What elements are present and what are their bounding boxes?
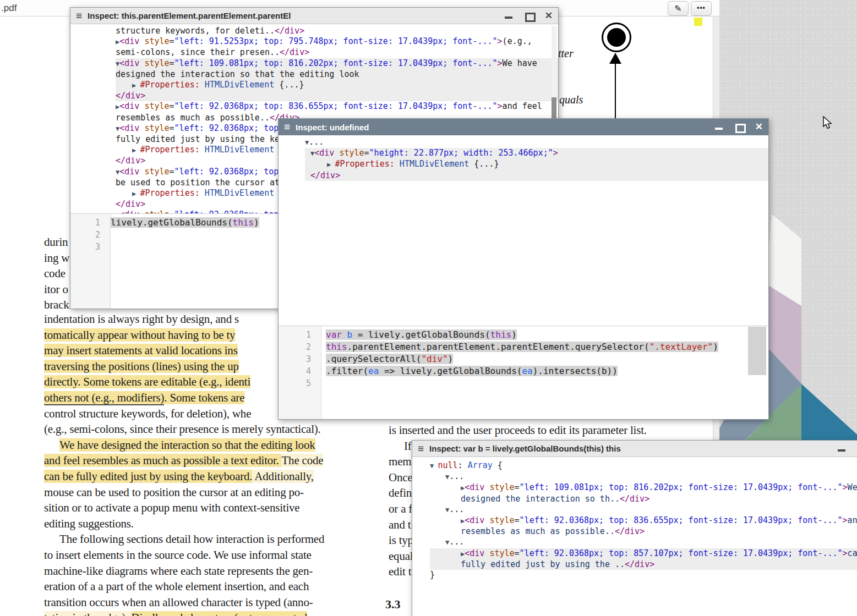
- tree-node[interactable]: resembles as much as possible..</div>: [430, 526, 857, 537]
- minimize-icon[interactable]: [714, 123, 723, 131]
- pdf-text-line: tation in the edge). Disallowed characte…: [44, 610, 324, 616]
- pdf-text-line: machine-like diagrams where each state r…: [44, 563, 324, 579]
- inspect-window-3: ≡ Inspect: var b = lively.getGlobalBound…: [412, 440, 857, 616]
- line-number-gutter: 123: [70, 214, 111, 309]
- window3-titlebar[interactable]: ≡ Inspect: var b = lively.getGlobalBound…: [412, 441, 857, 457]
- tree-node[interactable]: ▼<div style="height: 22.877px; width: 25…: [305, 148, 768, 159]
- window2-code[interactable]: var b = lively.getGlobalBounds(this)this…: [321, 326, 768, 419]
- close-icon[interactable]: ✕: [755, 123, 763, 131]
- pdf-text-line: mouse can be used to position the cursor…: [44, 485, 324, 501]
- code-line[interactable]: var b = lively.getGlobalBounds(this): [326, 329, 768, 341]
- line-number: 1: [70, 217, 100, 229]
- pdf-text-line: editing suggestions.: [44, 516, 324, 532]
- tree-node[interactable]: ▶<div style="left: 92.0368px; top: 836.6…: [430, 515, 857, 526]
- tree-node[interactable]: ▶<div style="left: 92.0368px; top: 857.1…: [430, 548, 857, 559]
- pdf-text-line: transition occurs when an allowed charac…: [44, 595, 324, 610]
- line-number: 3: [70, 241, 100, 253]
- final-state-circle: [602, 23, 631, 52]
- minimize-icon[interactable]: [504, 12, 513, 20]
- maximize-icon[interactable]: [735, 123, 744, 131]
- window1-title: Inspect: this.parentElement.parentElemen…: [88, 11, 500, 20]
- close-icon[interactable]: ✕: [545, 12, 553, 20]
- window3-title: Inspect: var b = lively.getGlobalBounds(…: [429, 444, 833, 453]
- window2-dom-tree: ▼...▼<div style="height: 22.877px; width…: [279, 135, 768, 212]
- pdf-text-line: is inserted and the user proceeds to edi…: [389, 422, 647, 438]
- window3-dom-tree: ▼ null: Array {▼...▶<div style="left: 10…: [412, 457, 857, 616]
- window2-code-editor[interactable]: 12345 var b = lively.getGlobalBounds(thi…: [279, 326, 768, 419]
- menu-icon[interactable]: ≡: [418, 441, 424, 457]
- window1-titlebar[interactable]: ≡ Inspect: this.parentElement.parentElem…: [70, 8, 558, 24]
- line-number: 3: [279, 353, 311, 365]
- window2-title: Inspect: undefined: [296, 123, 710, 132]
- tree-node[interactable]: semi-colons, since their presen..</div>: [116, 47, 558, 58]
- menu-icon[interactable]: ≡: [284, 119, 290, 135]
- code-line[interactable]: this.parentElement.parentElement.parentE…: [326, 341, 768, 353]
- inspect-window-2: ≡ Inspect: undefined ✕ ▼...▼<div style="…: [278, 118, 769, 420]
- tree-node[interactable]: ▼...: [430, 504, 857, 515]
- tree-node[interactable]: designed the interaction so th..</div>: [430, 494, 857, 504]
- more-options-button[interactable]: •••: [691, 1, 712, 16]
- window2-editor-scrollbar[interactable]: [748, 327, 766, 375]
- pdf-text-line: to insert elements in the source code. W…: [44, 547, 324, 563]
- transition-arrow-head: [609, 53, 621, 64]
- tree-node[interactable]: ▶ #Properties: HTMLDivElement {...}: [305, 159, 768, 170]
- tree-node[interactable]: structure keywords, for deleti..</div>: [116, 26, 558, 36]
- line-number-gutter: 12345: [279, 326, 321, 419]
- line-number: 4: [279, 365, 311, 377]
- yellow-marker-square[interactable]: [694, 18, 702, 26]
- transition-arrow-line: [615, 62, 616, 118]
- pdf-filename: .pdf: [1, 3, 17, 14]
- line-number: 2: [279, 341, 311, 353]
- edit-annotation-button[interactable]: ✎: [668, 1, 689, 16]
- pdf-text-line: code: [44, 266, 70, 282]
- tree-node[interactable]: </div>: [116, 91, 558, 101]
- code-line[interactable]: .filter(ea => lively.getGlobalBounds(ea)…: [326, 365, 768, 377]
- tree-node[interactable]: ▶<div style="left: 109.081px; top: 816.2…: [430, 482, 857, 493]
- tree-node[interactable]: ▶ #Properties: HTMLDivElement {...}: [116, 80, 558, 91]
- pdf-text-line: durin: [44, 234, 70, 250]
- line-number: 2: [70, 229, 100, 241]
- minimize-icon[interactable]: [837, 445, 846, 453]
- final-state-fill: [607, 28, 626, 47]
- pdf-text-line: We have designed the interaction so that…: [44, 437, 324, 453]
- tree-node[interactable]: ▼...: [305, 137, 768, 148]
- window2-titlebar[interactable]: ≡ Inspect: undefined ✕: [279, 119, 768, 135]
- pdf-text-line: The following sections detail how intera…: [44, 531, 324, 547]
- pdf-text-line: can be fully edited just by using the ke…: [44, 469, 324, 485]
- pdf-text-line: brack: [44, 297, 70, 313]
- pencil-icon: ✎: [674, 4, 681, 13]
- pdf-section-number: 3.3: [385, 597, 401, 612]
- mouse-cursor: [822, 116, 834, 133]
- tree-node[interactable]: ▶<div style="left: 91.5253px; top: 795.7…: [116, 36, 558, 47]
- code-line[interactable]: .querySelectorAll("div"): [326, 353, 768, 365]
- tree-node[interactable]: ▼...: [430, 471, 857, 482]
- tree-node[interactable]: }: [430, 570, 857, 580]
- pdf-text-line: sition or to activate a popup menu with …: [44, 500, 324, 516]
- pdf-text-line: itor o: [44, 282, 70, 298]
- tree-node[interactable]: designed the interaction so that the edi…: [116, 69, 558, 80]
- tree-node[interactable]: ▼...: [430, 537, 857, 548]
- pdf-left-column-fragments: durining wcodeitor obrack: [44, 234, 70, 313]
- ellipsis-icon: •••: [697, 4, 706, 12]
- diagram-label-equals: quals: [559, 94, 583, 106]
- line-number: 1: [279, 329, 311, 341]
- tree-node[interactable]: ▶<div style="left: 92.0368px; top: 836.6…: [116, 101, 558, 112]
- menu-icon[interactable]: ≡: [76, 8, 82, 24]
- tree-node[interactable]: ▼ null: Array {: [430, 460, 857, 471]
- line-number: 5: [279, 377, 311, 389]
- pdf-text-line: ing w: [44, 250, 70, 266]
- tree-node[interactable]: ▼<div style="left: 109.081px; top: 816.2…: [116, 58, 558, 69]
- pdf-text-line: (e.g., semi-colons, since their presence…: [44, 421, 324, 437]
- pdf-text-line: eration of a a part of the whole element…: [44, 579, 324, 595]
- tree-node[interactable]: </div>: [305, 170, 768, 181]
- tree-node[interactable]: fully edited just by using the ..</div>: [430, 559, 857, 570]
- maximize-icon[interactable]: [525, 12, 533, 20]
- pdf-text-line: and feel resembles as much as possible a…: [44, 453, 324, 469]
- art-teal-triangle: [801, 384, 857, 440]
- diagram-label-letter: tter: [558, 47, 574, 60]
